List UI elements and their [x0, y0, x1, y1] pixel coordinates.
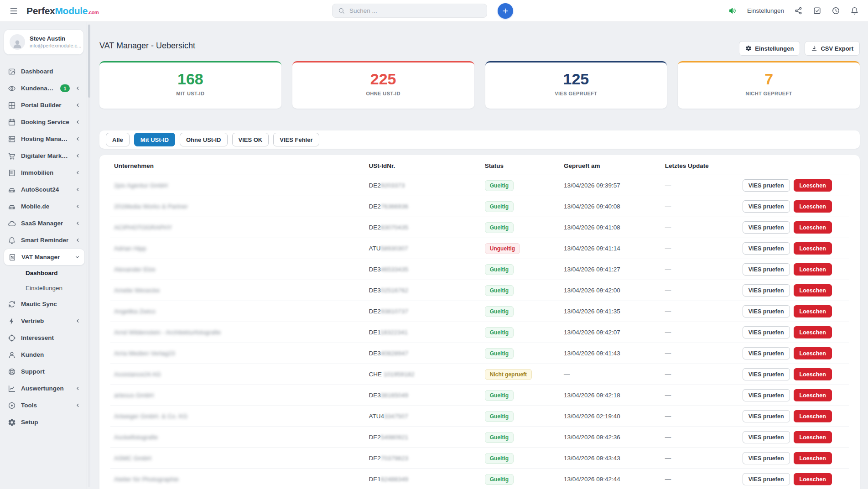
status-badge: Gueltig [485, 306, 514, 317]
search-input[interactable] [348, 7, 481, 15]
tasks-checkbox-icon[interactable] [813, 6, 821, 15]
filter-mit-ust-id[interactable]: Mit USt-ID [134, 133, 175, 146]
vies-check-button[interactable]: VIES pruefen [743, 284, 790, 297]
delete-button[interactable]: Loeschen [794, 368, 832, 380]
checked-at: 13/04/2026 09:41:35 [564, 308, 620, 315]
cart-icon [8, 152, 16, 160]
delete-button[interactable]: Loeschen [794, 410, 832, 422]
vies-check-button[interactable]: VIES pruefen [743, 200, 790, 213]
stat-label: OHNE UST-ID [292, 91, 474, 96]
company-name: ACIPHOTOGRAPHY [114, 224, 172, 231]
checked-at: 13/04/2026 09:41:14 [564, 245, 620, 252]
sidebar-item-vertrieb[interactable]: Vertrieb [4, 312, 85, 329]
delete-button[interactable]: Loeschen [794, 284, 832, 297]
sidebar-item-kundenaktivit-t[interactable]: Kundenaktivität1 [4, 80, 85, 97]
sidebar-item-saas-manager[interactable]: SaaS Manager [4, 215, 85, 232]
status-badge: Gueltig [485, 201, 514, 212]
sidebar-item-digitaler-marktplatz[interactable]: Digitaler Marktplatz [4, 147, 85, 164]
stat-label: VIES GEPRUEFT [485, 91, 667, 96]
delete-button[interactable]: Loeschen [794, 242, 832, 255]
sidebar-item-mobile-de[interactable]: Mobile.de [4, 198, 85, 215]
delete-button[interactable]: Loeschen [794, 200, 832, 213]
sidebar-item-label: Setup [21, 419, 38, 426]
sidebar-item-hosting-manager[interactable]: Hosting Manager [4, 130, 85, 147]
last-update: — [665, 350, 671, 357]
sidebar-item-dashboard[interactable]: Dashboard [4, 63, 85, 80]
sidebar-subitem-einstellungen[interactable]: Einstellungen [4, 281, 85, 296]
sidebar-scrollbar-thumb[interactable] [88, 25, 90, 98]
delete-button[interactable]: Loeschen [794, 263, 832, 276]
sidebar-item-smart-reminder[interactable]: Smart Reminder [4, 232, 85, 249]
filter-vies-ok[interactable]: VIES OK [232, 133, 269, 146]
filter-ohne-ust-id[interactable]: Ohne USt-ID [180, 133, 228, 146]
table-row: Arnd Wildenstein - Architekturfotografie… [110, 322, 849, 343]
sidebar-item-autoscout24[interactable]: AutoScout24 [4, 181, 85, 198]
quick-add-button[interactable] [498, 3, 513, 19]
vies-check-button[interactable]: VIES pruefen [743, 221, 790, 234]
sidebar-item-booking-service[interactable]: Booking Service [4, 114, 85, 130]
sidebar-scrollbar[interactable] [88, 24, 90, 487]
status-badge: Gueltig [485, 453, 514, 464]
vat-number-blurred: 46533435 [381, 266, 408, 273]
gear-icon [745, 45, 752, 52]
delete-button[interactable]: Loeschen [794, 431, 832, 443]
vat-settings-button[interactable]: Einstellungen [739, 41, 800, 56]
row-actions: VIES pruefenLoeschen [743, 284, 845, 297]
delete-button[interactable]: Loeschen [794, 389, 832, 401]
sidebar-item-label: Kunden [21, 351, 44, 358]
vies-check-button[interactable]: VIES pruefen [743, 410, 790, 422]
vies-check-button[interactable]: VIES pruefen [743, 431, 790, 443]
delete-button[interactable]: Loeschen [794, 221, 832, 234]
sidebar-item-interessent[interactable]: Interessent [4, 329, 85, 346]
delete-button[interactable]: Loeschen [794, 305, 832, 317]
global-search [332, 4, 487, 18]
vies-check-button[interactable]: VIES pruefen [743, 326, 790, 338]
sidebar-item-kunden[interactable]: Kunden [4, 346, 85, 363]
sidebar-item-auswertungen[interactable]: Auswertungen [4, 380, 85, 397]
csv-export-button[interactable]: CSV Export [805, 41, 860, 56]
vat-number-blurred: 58930307 [381, 245, 408, 252]
filter-alle[interactable]: Alle [106, 133, 130, 146]
vies-check-button[interactable]: VIES pruefen [743, 242, 790, 255]
sidebar-subitem-dashboard[interactable]: Dashboard [4, 265, 85, 281]
vies-check-button[interactable]: VIES pruefen [743, 179, 790, 192]
last-update: — [665, 245, 671, 252]
table-body: 2pix Agentur GmbHDE29203373Gueltig13/04/… [110, 175, 849, 489]
delete-button[interactable]: Loeschen [794, 326, 832, 338]
sidebar-item-setup[interactable]: Setup [4, 414, 85, 431]
user-card[interactable]: Steve Austin info@perfexmodule.c... [4, 29, 84, 55]
sidebar-item-immobilien[interactable]: Immobilien [4, 164, 85, 181]
history-clock-icon[interactable] [832, 6, 840, 15]
last-update: — [665, 434, 671, 441]
delete-button[interactable]: Loeschen [794, 347, 832, 359]
page-title: VAT Manager - Uebersicht [99, 41, 195, 51]
app-logo[interactable]: PerfexModule.com [26, 5, 99, 16]
checked-at: 13/04/2026 09:40:08 [564, 203, 620, 210]
speaker-icon[interactable] [728, 6, 737, 15]
vies-check-button[interactable]: VIES pruefen [743, 368, 790, 380]
vies-check-button[interactable]: VIES pruefen [743, 452, 790, 464]
vies-check-button[interactable]: VIES pruefen [743, 473, 790, 485]
notifications-bell-icon[interactable] [850, 6, 859, 15]
delete-button[interactable]: Loeschen [794, 452, 832, 464]
sidebar-item-mautic-sync[interactable]: Mautic Sync [4, 296, 85, 312]
sidebar-item-portal-builder[interactable]: Portal Builder [4, 97, 85, 114]
sidebar-item-support[interactable]: Support [4, 363, 85, 380]
topbar-settings-link[interactable]: Einstellungen [747, 7, 784, 14]
column-header-letztes-update: Letztes Update [661, 156, 739, 175]
vies-check-button[interactable]: VIES pruefen [743, 347, 790, 359]
delete-button[interactable]: Loeschen [794, 473, 832, 485]
chevron-left-icon [75, 237, 81, 243]
share-icon[interactable] [794, 6, 803, 15]
sidebar-item-tools[interactable]: Tools [4, 397, 85, 414]
delete-button[interactable]: Loeschen [794, 179, 832, 192]
vies-check-button[interactable]: VIES pruefen [743, 263, 790, 276]
life-ring-icon [8, 368, 16, 376]
filter-vies-fehler[interactable]: VIES Fehler [273, 133, 319, 146]
vies-check-button[interactable]: VIES pruefen [743, 305, 790, 317]
vies-check-button[interactable]: VIES pruefen [743, 389, 790, 401]
menu-icon[interactable] [9, 6, 18, 16]
status-badge: Gueltig [485, 180, 514, 191]
company-name: Artweger GmbH. & Co. KG [114, 413, 187, 420]
sidebar-item-vat-manager[interactable]: VAT Manager [4, 249, 85, 265]
